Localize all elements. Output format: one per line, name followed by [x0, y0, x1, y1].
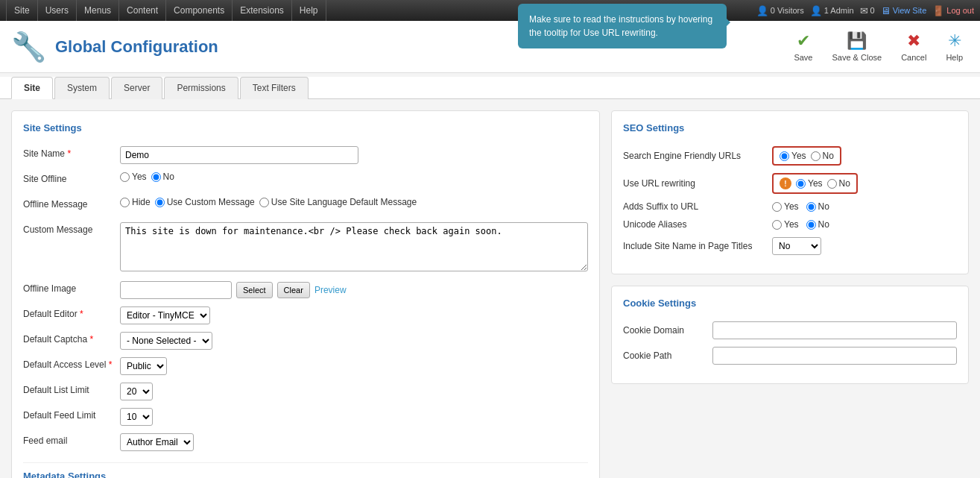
cookie-path-input[interactable]: [712, 347, 957, 365]
feed-email-select[interactable]: Author Email: [120, 433, 194, 451]
messages-count: ✉ 0: [860, 5, 875, 16]
site-name-row: Site Name *: [23, 146, 588, 164]
cookie-title: Cookie Settings: [623, 298, 957, 312]
offline-message-control: Hide Use Custom Message Use Site Languag…: [120, 197, 588, 207]
site-name-label: Site Name *: [23, 146, 120, 159]
offline-msg-custom[interactable]: Use Custom Message: [155, 197, 255, 207]
feed-email-row: Feed email Author Email: [23, 433, 588, 451]
include-site-name-control: No Before After: [772, 237, 821, 255]
tab-server[interactable]: Server: [111, 77, 162, 99]
default-editor-control: Editor - TinyMCE: [120, 306, 588, 324]
default-editor-select[interactable]: Editor - TinyMCE: [120, 306, 210, 324]
default-access-select[interactable]: Public: [120, 357, 167, 375]
url-rewriting-no[interactable]: No: [827, 178, 850, 189]
custom-message-control: This site is down for maintenance.<br />…: [120, 222, 588, 274]
adds-suffix-row: Adds Suffix to URL Yes No: [623, 201, 957, 212]
site-offline-radios: Yes No: [120, 172, 588, 182]
visitors-icon: 👤: [756, 5, 768, 16]
default-access-label: Default Access Level *: [23, 357, 120, 370]
save-icon: ✔: [797, 31, 810, 51]
help-icon: ✳: [948, 31, 961, 51]
admin-icon: 👤: [810, 5, 822, 16]
unicode-aliases-label: Unicode Aliases: [623, 219, 772, 230]
save-close-icon: 💾: [847, 31, 867, 51]
seo-settings-panel: SEO Settings Search Engine Friendly URLs…: [611, 110, 969, 274]
cookie-domain-input[interactable]: [712, 321, 957, 339]
offline-message-label: Offline Message: [23, 197, 120, 210]
adds-suffix-label: Adds Suffix to URL: [623, 201, 772, 212]
default-access-control: Public: [120, 357, 588, 375]
feed-email-label: Feed email: [23, 433, 120, 446]
nav-components[interactable]: Components: [166, 0, 233, 21]
default-feed-row: Default Feed Limit 10: [23, 408, 588, 426]
site-name-control: [120, 146, 588, 164]
unicode-yes[interactable]: Yes: [772, 219, 799, 230]
custom-message-row: Custom Message This site is down for mai…: [23, 222, 588, 274]
default-editor-row: Default Editor * Editor - TinyMCE: [23, 306, 588, 324]
custom-message-textarea[interactable]: This site is down for maintenance.<br />…: [120, 222, 588, 271]
top-nav-right: 👤 0 Visitors 👤 1 Admin ✉ 0 🖥 View Site 🚪…: [756, 5, 974, 16]
top-nav-left: Site Users Menus Content Components Exte…: [6, 0, 326, 21]
tab-text-filters[interactable]: Text Filters: [240, 77, 309, 99]
unicode-no[interactable]: No: [806, 219, 829, 230]
cookie-domain-row: Cookie Domain: [623, 321, 957, 339]
sef-urls-control: Yes No: [772, 146, 841, 166]
save-button[interactable]: ✔ Save: [788, 28, 818, 66]
sef-highlight: Yes No: [772, 146, 841, 166]
url-rewriting-yes[interactable]: Yes: [796, 178, 823, 189]
offline-image-row: Offline Image Select Clear Preview: [23, 281, 588, 299]
default-list-select[interactable]: 20: [120, 383, 153, 400]
offline-msg-hide[interactable]: Hide: [120, 197, 151, 207]
site-offline-no[interactable]: No: [151, 172, 174, 182]
nav-menus[interactable]: Menus: [77, 0, 119, 21]
url-rewriting-highlight: ! Yes No: [772, 173, 858, 194]
metadata-title: Metadata Settings: [23, 471, 588, 478]
adds-suffix-no[interactable]: No: [806, 201, 829, 212]
cookie-path-row: Cookie Path: [623, 347, 957, 365]
include-site-name-row: Include Site Name in Page Titles No Befo…: [623, 237, 957, 255]
page-title: Global Configuration: [55, 37, 218, 57]
default-captcha-select[interactable]: - None Selected -: [120, 332, 212, 350]
nav-users[interactable]: Users: [38, 0, 77, 21]
cancel-icon: ✖: [907, 31, 920, 51]
nav-extensions[interactable]: Extensions: [233, 0, 292, 21]
cancel-button[interactable]: ✖ Cancel: [895, 28, 932, 66]
tab-system[interactable]: System: [54, 77, 110, 99]
cookie-settings-panel: Cookie Settings Cookie Domain Cookie Pat…: [611, 286, 969, 384]
default-feed-select[interactable]: 10: [120, 408, 153, 426]
header: 🔧 Global Configuration Make sure to read…: [0, 21, 980, 73]
logout-btn[interactable]: 🚪 Log out: [932, 5, 974, 16]
view-site-icon: 🖥: [881, 5, 891, 16]
url-rewriting-row: Use URL rewriting ! Yes No: [623, 173, 957, 194]
site-name-input[interactable]: [120, 146, 358, 164]
offline-message-radios: Hide Use Custom Message Use Site Languag…: [120, 197, 588, 207]
tab-site[interactable]: Site: [11, 77, 53, 99]
warning-icon: !: [780, 177, 791, 189]
sef-no[interactable]: No: [811, 151, 834, 161]
default-list-label: Default List Limit: [23, 383, 120, 395]
tab-permissions[interactable]: Permissions: [164, 77, 238, 99]
unicode-aliases-control: Yes No: [772, 219, 829, 230]
clear-button[interactable]: Clear: [277, 282, 310, 298]
sef-yes[interactable]: Yes: [780, 151, 806, 161]
adds-suffix-yes[interactable]: Yes: [772, 201, 799, 212]
default-list-row: Default List Limit 20: [23, 383, 588, 400]
default-feed-label: Default Feed Limit: [23, 408, 120, 421]
metadata-section: Metadata Settings Site Meta Description: [23, 462, 588, 478]
site-offline-yes[interactable]: Yes: [120, 172, 147, 182]
include-site-name-select[interactable]: No Before After: [772, 237, 821, 255]
offline-image-input[interactable]: [120, 281, 232, 299]
cookie-path-label: Cookie Path: [623, 350, 712, 361]
select-button[interactable]: Select: [236, 282, 273, 298]
help-button[interactable]: ✳ Help: [940, 28, 969, 66]
visitors-count: 👤 0 Visitors: [756, 5, 804, 16]
nav-help[interactable]: Help: [292, 0, 326, 21]
nav-site[interactable]: Site: [6, 0, 38, 21]
url-rewriting-label: Use URL rewriting: [623, 178, 772, 189]
site-offline-control: Yes No: [120, 172, 588, 182]
preview-link[interactable]: Preview: [314, 285, 347, 295]
offline-msg-default[interactable]: Use Site Language Default Message: [259, 197, 417, 207]
nav-content[interactable]: Content: [119, 0, 166, 21]
save-close-button[interactable]: 💾 Save & Close: [826, 28, 888, 66]
view-site-link[interactable]: 🖥 View Site: [881, 5, 927, 16]
